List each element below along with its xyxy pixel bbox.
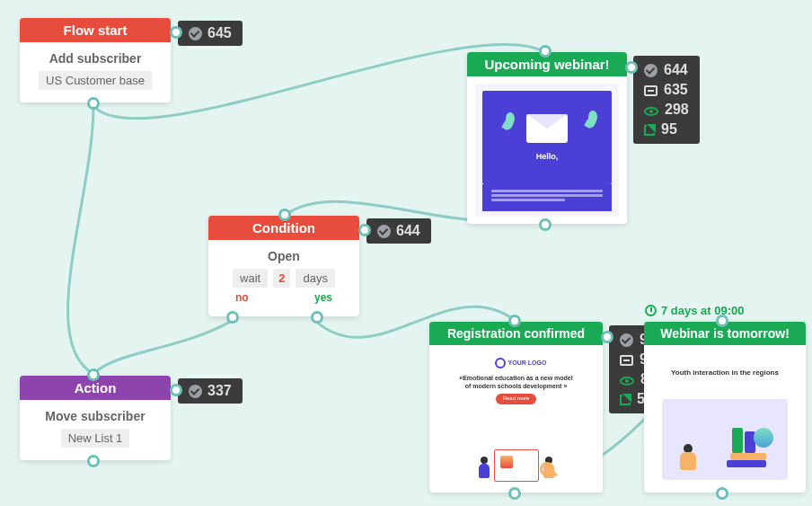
envelope-icon (526, 114, 568, 143)
action-node[interactable]: Action Move subscriber New List 1 (20, 376, 171, 460)
clock-icon (645, 305, 657, 316)
port-in[interactable] (508, 315, 521, 327)
condition-yes-label: yes (314, 291, 332, 304)
action-subtitle: Move subscriber (31, 409, 160, 423)
action-stats: 337 (178, 378, 243, 404)
port-out[interactable] (87, 455, 100, 467)
action-tag: New List 1 (61, 429, 130, 448)
flow-start-title: Flow start (20, 18, 171, 42)
port-out[interactable] (87, 97, 100, 110)
check-icon (620, 333, 633, 347)
check-icon (377, 225, 391, 238)
email-upcoming-webinar-node[interactable]: Upcoming webinar! Hello, (467, 52, 627, 224)
email2-preview: YOUR LOGO «Emotional education as a new … (445, 352, 588, 485)
condition-subtitle: Open (219, 249, 349, 263)
email1-stats: 644 635 298 95 (633, 56, 700, 144)
reader-icon (678, 444, 698, 471)
stats-connector (358, 224, 371, 236)
condition-no-label: no (235, 291, 249, 304)
port-no[interactable] (226, 311, 239, 324)
port-in[interactable] (539, 45, 552, 58)
port-out[interactable] (508, 487, 521, 500)
port-out[interactable] (716, 487, 728, 500)
magnifier-icon (540, 462, 554, 476)
globe-icon (754, 428, 773, 448)
check-icon (644, 64, 658, 77)
external-link-icon (620, 395, 631, 405)
external-link-icon (644, 125, 655, 136)
books-icon (721, 428, 770, 467)
port-in[interactable] (278, 209, 291, 221)
port-in[interactable] (87, 368, 100, 381)
email-webinar-tomorrow-node[interactable]: Webinar is tomorrow! Youth interaction i… (644, 322, 806, 493)
flow-start-stats: 645 (178, 21, 243, 46)
port-out[interactable] (539, 218, 552, 231)
eye-icon (620, 377, 634, 386)
email-registration-confirmed-node[interactable]: Registration confirmed YOUR LOGO «Emotio… (429, 322, 603, 493)
stats-connector (601, 331, 613, 343)
condition-stats: 644 (366, 218, 431, 244)
check-icon (189, 385, 202, 398)
inbox-icon (620, 355, 633, 366)
email1-preview: Hello, (475, 84, 619, 217)
stats-connector (170, 26, 182, 39)
stat-completed: 645 (207, 25, 232, 41)
email3-timer: 7 days at 09:00 (645, 304, 745, 317)
stats-connector (170, 384, 182, 396)
condition-node[interactable]: Condition Open wait 2 days no yes (208, 216, 359, 316)
port-yes[interactable] (311, 311, 323, 324)
inbox-icon (644, 85, 658, 96)
condition-wait-row: wait 2 days (219, 269, 349, 288)
stats-connector (625, 61, 638, 74)
pill-button: Read more (496, 394, 537, 404)
eye-icon (644, 107, 658, 116)
flow-start-subtitle: Add subscriber (31, 51, 160, 66)
port-in[interactable] (716, 315, 728, 327)
flow-start-node[interactable]: Flow start Add subscriber US Customer ba… (20, 18, 171, 102)
check-icon (189, 27, 202, 40)
email3-preview: Youth interaction in the regions (653, 352, 797, 485)
flow-start-tag: US Customer base (39, 71, 152, 90)
